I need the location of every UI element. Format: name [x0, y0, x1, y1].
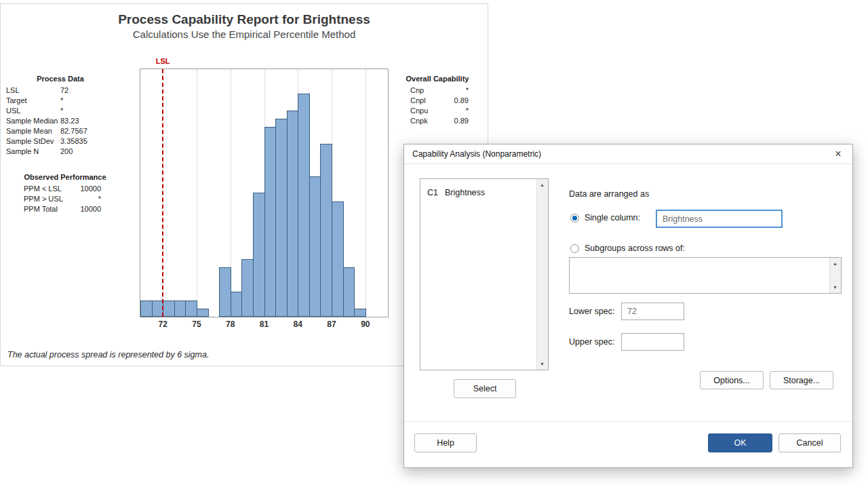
- gridline: [197, 69, 197, 317]
- scroll-up-icon[interactable]: ▲: [830, 258, 840, 269]
- histogram-bar: [241, 259, 254, 317]
- histogram-bar: [163, 300, 175, 317]
- column-name: Brightness: [445, 188, 485, 197]
- histogram-bar: [140, 300, 153, 317]
- scroll-up-icon[interactable]: ▲: [537, 179, 547, 191]
- histogram-bar: [185, 300, 197, 317]
- x-tick-label: 87: [323, 319, 340, 329]
- help-button[interactable]: Help: [414, 433, 477, 452]
- subgroups-textarea[interactable]: [570, 258, 829, 293]
- stat-row: Cnpu*: [401, 106, 474, 116]
- ok-button[interactable]: OK: [708, 433, 772, 452]
- histogram-bar: [309, 176, 321, 317]
- histogram-bar: [231, 292, 242, 317]
- subgroups-option: Subgroups across rows of:: [570, 244, 685, 253]
- x-tick-label: 75: [189, 319, 205, 329]
- select-button[interactable]: Select: [454, 379, 516, 398]
- lsl-line: [162, 69, 163, 317]
- histogram-bar: [253, 193, 265, 317]
- x-tick-label: 90: [357, 319, 374, 329]
- page-subtitle: Calculations Use the Empirical Percentil…: [1, 28, 488, 40]
- column-listbox[interactable]: C1 Brightness ▲ ▼: [420, 178, 549, 370]
- dialog-title: Capability Analysis (Nonparametric): [412, 149, 541, 159]
- page-title: Process Capability Report for Brightness: [1, 12, 488, 27]
- lsl-label: LSL: [155, 57, 171, 65]
- histogram-bar: [275, 119, 288, 317]
- stat-row: PPM < LSL10000: [14, 184, 116, 194]
- x-tick-label: 84: [290, 319, 306, 329]
- cancel-button[interactable]: Cancel: [778, 433, 841, 452]
- histogram-bar: [174, 300, 186, 317]
- listbox-scrollbar[interactable]: ▲ ▼: [536, 179, 548, 370]
- single-column-option: Single column:: [570, 213, 640, 222]
- process-data-header: Process Data: [6, 74, 115, 84]
- stat-row: Sample N200: [6, 147, 115, 157]
- stat-row: Sample Mean82.7567: [6, 126, 115, 136]
- listbox-item-c1[interactable]: C1 Brightness: [427, 188, 536, 197]
- close-button[interactable]: ×: [824, 144, 852, 163]
- stat-row: Target*: [6, 96, 115, 106]
- histogram-bar: [343, 267, 355, 317]
- x-tick-label: 78: [222, 319, 239, 329]
- subgroups-scrollbar[interactable]: ▲ ▼: [829, 258, 841, 293]
- histogram-bar: [332, 201, 344, 317]
- histogram-bar: [298, 94, 310, 317]
- column-listbox-items: C1 Brightness: [420, 179, 536, 370]
- stat-row: Cnpl0.89: [401, 96, 474, 106]
- close-icon: ×: [835, 148, 841, 160]
- dialog-titlebar[interactable]: Capability Analysis (Nonparametric): [404, 144, 852, 164]
- subgroups-box: ▲ ▼: [569, 257, 842, 294]
- overall-capability-rows: Cnp*Cnpl0.89Cnpu*Cnpk0.89: [401, 85, 474, 126]
- stat-row: PPM Total10000: [14, 204, 116, 214]
- histogram-plot: [140, 69, 389, 317]
- scroll-down-icon[interactable]: ▼: [537, 358, 547, 370]
- report-footnote: The actual process spread is represented…: [7, 350, 209, 360]
- upper-spec-input[interactable]: [621, 333, 684, 351]
- overall-capability-header: Overall Capability: [401, 74, 474, 84]
- single-column-input[interactable]: [656, 210, 783, 228]
- observed-performance-header: Observed Performance: [14, 172, 116, 182]
- subgroups-label[interactable]: Subgroups across rows of:: [585, 244, 685, 253]
- lower-spec-input[interactable]: [621, 303, 684, 320]
- process-data-rows: LSL72Target*USL*Sample Median83.23Sample…: [6, 85, 115, 157]
- scroll-down-icon[interactable]: ▼: [830, 282, 840, 293]
- histogram-bar: [320, 144, 332, 317]
- stat-row: LSL72: [6, 85, 115, 96]
- histogram-bar: [219, 267, 231, 317]
- stat-row: USL*: [6, 106, 115, 116]
- process-data-panel: Process Data LSL72Target*USL*Sample Medi…: [6, 74, 115, 157]
- upper-spec-label: Upper spec:: [569, 337, 614, 347]
- capability-analysis-dialog: Capability Analysis (Nonparametric) × C1…: [403, 144, 853, 468]
- x-tick-label: 72: [155, 319, 171, 329]
- gridline: [366, 69, 366, 317]
- single-column-radio[interactable]: [570, 214, 579, 222]
- storage-button[interactable]: Storage...: [770, 371, 833, 389]
- histogram-bar: [264, 127, 276, 317]
- histogram-bar: [354, 309, 366, 317]
- stat-row: Sample Median83.23: [6, 116, 115, 126]
- dialog-separator: [404, 421, 852, 422]
- options-button[interactable]: Options...: [700, 371, 764, 389]
- overall-capability-panel: Overall Capability Cnp*Cnpl0.89Cnpu*Cnpk…: [401, 74, 474, 126]
- subgroups-radio[interactable]: [570, 244, 579, 253]
- single-column-label[interactable]: Single column:: [585, 213, 640, 222]
- observed-performance-rows: PPM < LSL10000PPM > USL*PPM Total10000: [14, 184, 116, 214]
- stat-row: PPM > USL*: [14, 194, 116, 204]
- x-tick-labels: 72757881848790: [140, 319, 389, 330]
- stat-row: Cnp*: [401, 85, 474, 96]
- stat-row: Sample StDev3.35835: [6, 136, 115, 147]
- x-tick-label: 81: [256, 319, 273, 329]
- stat-row: Cnpk0.89: [401, 116, 474, 126]
- data-arranged-label: Data are arranged as: [569, 189, 649, 199]
- observed-performance-panel: Observed Performance PPM < LSL10000PPM >…: [14, 172, 116, 214]
- lower-spec-label: Lower spec:: [569, 307, 614, 316]
- column-id: C1: [427, 188, 445, 197]
- histogram-bar: [287, 111, 298, 317]
- histogram-bar: [197, 309, 209, 317]
